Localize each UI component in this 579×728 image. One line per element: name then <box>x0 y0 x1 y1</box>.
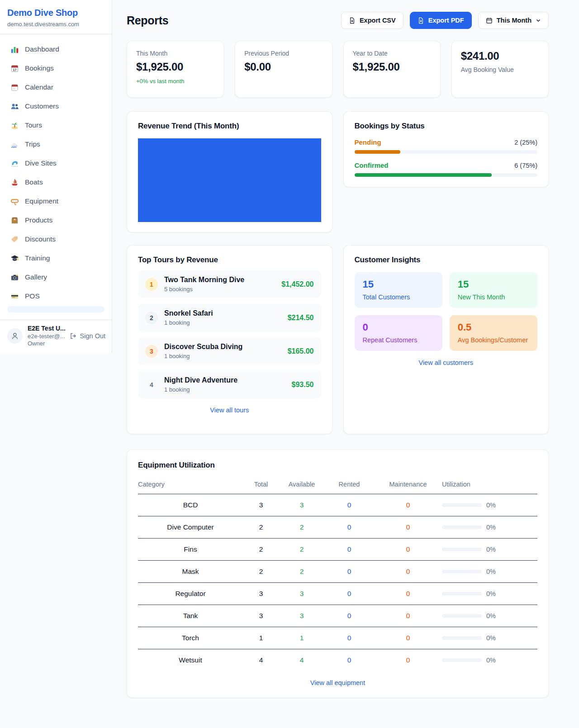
col-header-rented: Rented <box>324 477 374 494</box>
sidebar-item-calendar[interactable]: Calendar <box>4 78 108 97</box>
sidebar-item-reports-partial[interactable] <box>7 306 104 312</box>
cell-available: 3 <box>279 494 324 516</box>
tile-value: 15 <box>363 279 434 290</box>
utilization-bar-track <box>442 658 482 662</box>
view-all-customers-link[interactable]: View all customers <box>355 359 538 366</box>
stat-label: Avg Booking Value <box>461 66 539 73</box>
cell-maintenance: 0 <box>374 494 442 516</box>
revenue-trend-title: Revenue Trend (This Month) <box>138 122 321 131</box>
file-download-icon <box>418 17 424 24</box>
tour-revenue: $214.50 <box>288 314 314 322</box>
equipment-table: Category Total Available Rented Maintena… <box>138 477 537 671</box>
cell-maintenance: 0 <box>374 516 442 539</box>
tag-icon <box>10 235 19 244</box>
status-row-pending: Pending 2 (25%) <box>355 138 538 154</box>
bookings-by-status-card: Bookings by Status Pending 2 (25%) Confi… <box>343 111 549 187</box>
user-name: E2E Test U... <box>28 325 65 333</box>
utilization-percent: 0% <box>486 501 496 509</box>
cell-available: 4 <box>279 649 324 671</box>
stat-value: $241.00 <box>461 50 539 62</box>
page-title: Reports <box>127 14 168 27</box>
cell-rented: 0 <box>324 627 374 649</box>
customer-insights-card: Customer Insights 15 Total Customers 15 … <box>343 245 549 434</box>
sidebar-item-label: Calendar <box>25 83 53 91</box>
status-bar-fill <box>355 173 492 177</box>
tour-revenue: $165.00 <box>288 347 314 355</box>
tour-name: Snorkel Safari <box>164 309 213 317</box>
cell-maintenance: 0 <box>374 539 442 561</box>
credit-card-icon <box>10 292 19 301</box>
col-header-available: Available <box>279 477 324 494</box>
cell-rented: 0 <box>324 583 374 605</box>
cell-maintenance: 0 <box>374 627 442 649</box>
sidebar-item-products[interactable]: Products <box>4 211 108 230</box>
insight-tile-avg-bookings: 0.5 Avg Bookings/Customer <box>450 315 537 351</box>
sidebar-item-gallery[interactable]: Gallery <box>4 268 108 287</box>
export-pdf-label: Export PDF <box>428 17 464 24</box>
insight-tile-new-this-month: 15 New This Month <box>450 272 537 308</box>
period-dropdown[interactable]: This Month <box>478 12 549 29</box>
sidebar-item-equipment[interactable]: Equipment <box>4 192 108 211</box>
cell-maintenance: 0 <box>374 561 442 583</box>
tile-value: 15 <box>458 279 529 290</box>
utilization-percent: 0% <box>486 657 496 664</box>
tour-list-item: 3 Discover Scuba Diving 1 booking $165.0… <box>138 337 321 365</box>
tile-value: 0 <box>363 321 434 333</box>
sidebar-item-label: POS <box>25 292 40 300</box>
equipment-utilization-card: Equipment Utilization Category Total Ava… <box>127 449 549 698</box>
sidebar-item-dive-sites[interactable]: Dive Sites <box>4 154 108 173</box>
sidebar-item-discounts[interactable]: Discounts <box>4 230 108 249</box>
brand-domain: demo.test.divestreams.com <box>7 21 104 28</box>
sidebar-item-trips[interactable]: Trips <box>4 135 108 154</box>
rank-badge: 2 <box>145 312 158 324</box>
cell-total: 2 <box>243 561 279 583</box>
sidebar-item-label: Dive Sites <box>25 159 57 167</box>
status-row-confirmed: Confirmed 6 (75%) <box>355 161 538 177</box>
table-row: Dive Computer 2 2 0 0 0% <box>138 516 537 539</box>
bar-chart-icon <box>10 45 19 54</box>
view-all-equipment-link[interactable]: View all equipment <box>138 679 537 686</box>
status-bar-track <box>355 150 538 154</box>
export-csv-button[interactable]: Export CSV <box>341 12 403 29</box>
cell-available: 2 <box>279 539 324 561</box>
utilization-percent: 0% <box>486 524 496 531</box>
sidebar-item-label: Discounts <box>25 235 56 243</box>
export-pdf-button[interactable]: Export PDF <box>410 12 472 29</box>
top-tours-title: Top Tours by Revenue <box>138 255 321 265</box>
lists-row: Top Tours by Revenue 1 Two Tank Morning … <box>127 245 549 434</box>
rank-badge: 4 <box>145 378 158 391</box>
brand: Demo Dive Shop demo.test.divestreams.com <box>0 0 112 34</box>
user-panel: E2E Test U... e2e-tester@... Owner Sign … <box>0 320 112 353</box>
cell-category: Dive Computer <box>138 516 243 539</box>
avatar <box>7 328 23 344</box>
sidebar-item-training[interactable]: Training <box>4 249 108 268</box>
page-header: Reports Export CSV Export PDF This Month <box>127 12 549 29</box>
tour-list-item: 4 Night Dive Adventure 1 booking $93.50 <box>138 371 321 398</box>
insight-tile-total-customers: 15 Total Customers <box>355 272 442 308</box>
cell-available: 2 <box>279 516 324 539</box>
sidebar-item-dashboard[interactable]: Dashboard <box>4 40 108 59</box>
brand-name[interactable]: Demo Dive Shop <box>7 8 104 18</box>
utilization-percent: 0% <box>486 546 496 553</box>
sidebar-item-bookings[interactable]: 17 Bookings <box>4 59 108 78</box>
cell-utilization: 0% <box>442 583 537 605</box>
sidebar-nav: Dashboard 17 Bookings Calendar Customers… <box>0 34 112 312</box>
table-row: Torch 1 1 0 0 0% <box>138 627 537 649</box>
sidebar-item-boats[interactable]: Boats <box>4 173 108 192</box>
sidebar-item-label: Tours <box>25 121 42 129</box>
sidebar-item-pos[interactable]: POS <box>4 287 108 306</box>
cell-maintenance: 0 <box>374 649 442 671</box>
sidebar-item-tours[interactable]: Tours <box>4 116 108 135</box>
chevron-down-icon <box>536 18 541 23</box>
table-row: Mask 2 2 0 0 0% <box>138 561 537 583</box>
cell-total: 3 <box>243 583 279 605</box>
tile-value: 0.5 <box>458 321 529 333</box>
cell-utilization: 0% <box>442 494 537 516</box>
view-all-tours-link[interactable]: View all tours <box>138 407 321 414</box>
utilization-bar-track <box>442 570 482 573</box>
speedboat-icon <box>10 140 19 149</box>
sidebar-item-customers[interactable]: Customers <box>4 97 108 116</box>
cell-category: Torch <box>138 627 243 649</box>
sign-out-button[interactable]: Sign Out <box>70 332 105 340</box>
rank-badge: 1 <box>145 278 158 291</box>
